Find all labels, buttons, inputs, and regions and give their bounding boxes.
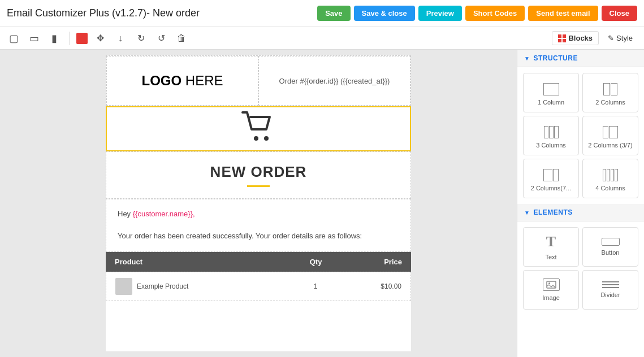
- element-button-label: Button: [602, 249, 620, 256]
- toolbar-right: Blocks ✎ Style: [552, 31, 638, 45]
- block-2columns-37[interactable]: 2 Columns (3/7): [582, 116, 638, 155]
- desktop-icon[interactable]: ▢: [6, 31, 21, 46]
- block-2col-label: 2 Columns: [595, 99, 625, 106]
- element-button[interactable]: Button: [582, 227, 638, 267]
- email-table-row: Example Product 1 $10.00: [106, 272, 411, 301]
- toolbar-divider: [69, 32, 70, 45]
- close-button[interactable]: Close: [602, 6, 637, 21]
- tablet-icon[interactable]: ▭: [26, 31, 42, 46]
- redo-icon[interactable]: ↺: [153, 31, 169, 46]
- block-2columns[interactable]: 2 Columns: [582, 73, 638, 112]
- product-cell: Example Product: [115, 278, 287, 295]
- email-order-cell: Order #{{order.id}} ({{created_at}}): [258, 56, 410, 106]
- element-image-label: Image: [542, 294, 560, 301]
- email-body-paragraph: Your order has been created successfully…: [118, 230, 399, 242]
- download-icon[interactable]: ↓: [113, 31, 128, 46]
- col-qty-header: Qty: [287, 258, 345, 266]
- move-icon[interactable]: ✥: [92, 31, 108, 46]
- block-3columns[interactable]: 3 Columns: [523, 116, 579, 155]
- email-greeting: Hey {{customer.name}},: [118, 208, 399, 220]
- 2col37-icon: [603, 123, 618, 138]
- email-title: NEW ORDER: [118, 163, 399, 181]
- elements-grid: T Text Button Image: [517, 221, 644, 315]
- email-table-header: Product Qty Price: [106, 252, 411, 272]
- qty-cell: 1: [287, 282, 344, 290]
- 2col7-icon: [543, 166, 559, 181]
- element-divider[interactable]: Divider: [582, 270, 638, 310]
- price-cell: $10.00: [344, 282, 401, 290]
- 3col-icon: [544, 123, 559, 138]
- 1col-icon: [543, 80, 559, 95]
- right-panel: ▼ STRUCTURE 1 Column 2 Columns 3 C: [517, 50, 644, 357]
- structure-blocks-grid: 1 Column 2 Columns 3 Columns 2 Columns (…: [517, 67, 644, 204]
- email-logo-cell[interactable]: LOGO HERE: [106, 56, 258, 106]
- page-title: Email Customizer Plus (v1.2.7)- New orde…: [7, 7, 200, 19]
- logo-bold: LOGO: [141, 73, 181, 88]
- element-text-label: Text: [545, 254, 556, 260]
- block-1column[interactable]: 1 Column: [523, 73, 579, 112]
- image-element-icon: [543, 278, 560, 291]
- delete-icon[interactable]: 🗑: [174, 31, 189, 46]
- save-button[interactable]: Save: [317, 6, 350, 21]
- block-1col-label: 1 Column: [538, 99, 564, 106]
- button-element-icon: [602, 238, 620, 246]
- col-price-header: Price: [344, 258, 402, 266]
- send-test-button[interactable]: Send test email: [528, 6, 598, 21]
- block-4columns[interactable]: 4 Columns: [582, 159, 638, 198]
- block-2columns-7[interactable]: 2 Columns(7...: [523, 159, 579, 198]
- main-layout: LOGO HERE Order #{{order.id}} ({{created…: [0, 50, 644, 357]
- text-element-icon: T: [546, 233, 556, 250]
- logo-here: HERE: [181, 73, 223, 88]
- greeting-variable: {{customer.name}},: [133, 210, 195, 218]
- email-header-row: LOGO HERE Order #{{order.id}} ({{created…: [106, 55, 411, 106]
- logo-text: LOGO HERE: [141, 73, 223, 89]
- email-body-section[interactable]: Hey {{customer.name}}, Your order has be…: [106, 199, 411, 252]
- product-thumbnail: [115, 278, 132, 295]
- cart-icon: [241, 111, 275, 147]
- element-text[interactable]: T Text: [523, 227, 579, 267]
- toolbar: ▢ ▭ ▮ ✥ ↓ ↻ ↺ 🗑 Blocks ✎ Style: [0, 27, 644, 50]
- style-label: Style: [616, 34, 633, 42]
- element-divider-label: Divider: [600, 291, 620, 298]
- email-wrapper: LOGO HERE Order #{{order.id}} ({{created…: [106, 55, 411, 351]
- email-title-section[interactable]: NEW ORDER: [106, 151, 411, 199]
- block-2col37-label: 2 Columns (3/7): [588, 142, 632, 149]
- svg-point-3: [548, 282, 550, 284]
- block-3col-label: 3 Columns: [536, 142, 566, 149]
- color-picker-icon[interactable]: [76, 33, 88, 44]
- email-banner[interactable]: [106, 106, 411, 151]
- preview-button[interactable]: Preview: [418, 6, 462, 21]
- divider-element-icon: [602, 281, 619, 288]
- blocks-label: Blocks: [568, 34, 593, 42]
- structure-label: STRUCTURE: [533, 54, 578, 62]
- elements-label: ELEMENTS: [533, 208, 572, 216]
- col-product-header: Product: [115, 258, 287, 266]
- save-close-button[interactable]: Save & close: [354, 6, 415, 21]
- short-codes-button[interactable]: Short Codes: [465, 6, 525, 21]
- element-image[interactable]: Image: [523, 270, 579, 310]
- block-4col-label: 4 Columns: [595, 185, 625, 191]
- blocks-button[interactable]: Blocks: [552, 31, 599, 45]
- toolbar-left: ▢ ▭ ▮ ✥ ↓ ↻ ↺ 🗑: [6, 31, 550, 46]
- greeting-text: Hey: [118, 210, 133, 218]
- undo-icon[interactable]: ↻: [133, 31, 149, 46]
- 2col-icon: [603, 80, 617, 95]
- svg-point-0: [254, 136, 258, 141]
- order-placeholder: Order #{{order.id}} ({{created_at}}): [279, 77, 390, 85]
- style-button[interactable]: ✎ Style: [602, 32, 638, 45]
- svg-point-1: [264, 136, 269, 141]
- structure-section-header[interactable]: ▼ STRUCTURE: [517, 50, 644, 67]
- mobile-icon[interactable]: ▮: [46, 31, 62, 46]
- 4col-icon: [603, 166, 618, 181]
- header-buttons: Save Save & close Preview Short Codes Se…: [317, 6, 637, 21]
- pencil-icon: ✎: [608, 34, 614, 42]
- canvas[interactable]: LOGO HERE Order #{{order.id}} ({{created…: [0, 50, 517, 357]
- elements-collapse-icon: ▼: [524, 210, 530, 216]
- elements-section-header[interactable]: ▼ ELEMENTS: [517, 204, 644, 221]
- block-2col7-label: 2 Columns(7...: [531, 185, 572, 191]
- email-underline: [247, 185, 270, 187]
- structure-collapse-icon: ▼: [524, 55, 530, 62]
- blocks-grid-icon: [558, 34, 566, 42]
- header: Email Customizer Plus (v1.2.7)- New orde…: [0, 0, 644, 27]
- product-name: Example Product: [137, 282, 188, 290]
